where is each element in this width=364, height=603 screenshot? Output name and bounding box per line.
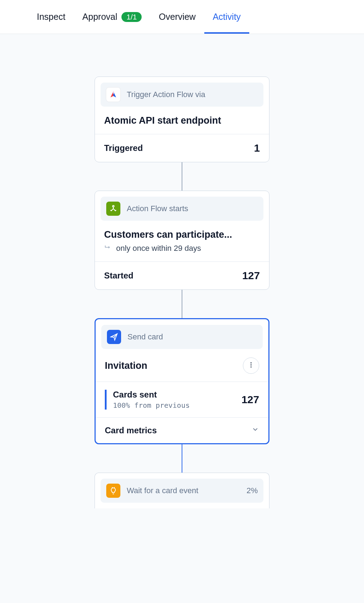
trigger-title: Atomic API start endpoint: [104, 115, 221, 126]
trigger-stat-row: Triggered 1: [95, 134, 269, 162]
flow-start-icon: [106, 202, 120, 216]
wait-stage-label: Wait for a card event: [127, 486, 198, 495]
atomic-logo-icon: [106, 88, 120, 102]
start-sub-text: only once within 29 days: [116, 244, 201, 253]
connector: [182, 444, 182, 473]
card-metrics-row[interactable]: Card metrics: [96, 418, 268, 443]
start-stat-label: Started: [104, 271, 133, 281]
send-stage-label: Send card: [127, 332, 163, 342]
arrow-return-icon: [104, 244, 111, 253]
node-menu-button[interactable]: [243, 357, 259, 374]
trigger-stage-bar: Trigger Action Flow via: [101, 83, 263, 107]
send-stage-bar: Send card: [101, 325, 263, 349]
tab-approval-label: Approval: [83, 12, 118, 22]
send-stat-sub: 100% from previous: [113, 401, 190, 410]
send-title: Invitation: [105, 360, 147, 371]
connector: [182, 162, 182, 191]
wait-stage-bar: Wait for a card event 2%: [101, 479, 263, 503]
send-stat-row: Cards sent 100% from previous 127: [96, 382, 268, 417]
node-start-head: Action Flow starts: [95, 191, 269, 221]
trigger-stage-label: Trigger Action Flow via: [127, 90, 205, 99]
node-send-head: Send card: [96, 319, 268, 349]
tab-activity[interactable]: Activity: [213, 0, 241, 34]
connector: [182, 290, 182, 318]
chevron-down-icon: [251, 426, 259, 435]
send-card-icon: [107, 330, 121, 344]
tab-approval[interactable]: Approval 1/1: [83, 0, 142, 34]
trigger-stat-label: Triggered: [104, 143, 143, 153]
node-wait-head: Wait for a card event 2%: [95, 473, 269, 508]
tab-inspect[interactable]: Inspect: [37, 0, 66, 34]
send-stat-left: Cards sent 100% from previous: [105, 390, 190, 410]
start-title: Customers can participate...: [104, 229, 232, 240]
tab-overview[interactable]: Overview: [159, 0, 195, 34]
wait-event-icon: [106, 484, 120, 498]
node-wait[interactable]: Wait for a card event 2%: [95, 473, 269, 508]
node-send-card[interactable]: Send card Invitation Cards sent 100% fro…: [95, 318, 269, 444]
wait-percent: 2%: [246, 486, 258, 495]
svg-point-2: [250, 364, 251, 365]
svg-point-1: [250, 362, 251, 364]
node-start[interactable]: Action Flow starts Customers can partici…: [95, 191, 269, 290]
svg-point-3: [250, 366, 251, 367]
trigger-title-wrap: Atomic API start endpoint: [95, 107, 269, 134]
node-trigger[interactable]: Trigger Action Flow via Atomic API start…: [95, 77, 269, 162]
trigger-stat-value: 1: [254, 142, 260, 154]
start-stage-bar: Action Flow starts: [101, 197, 263, 221]
tabs-bar: Inspect Approval 1/1 Overview Activity: [0, 0, 364, 34]
svg-point-0: [113, 205, 114, 207]
start-sub-row: only once within 29 days: [95, 244, 269, 261]
start-stage-label: Action Flow starts: [127, 204, 188, 213]
more-vertical-icon: [248, 361, 255, 370]
node-trigger-head: Trigger Action Flow via: [95, 77, 269, 107]
flow-canvas: Trigger Action Flow via Atomic API start…: [0, 34, 364, 508]
approval-badge: 1/1: [121, 12, 142, 22]
send-title-wrap: Invitation: [96, 349, 268, 382]
start-stat-value: 127: [242, 270, 260, 282]
start-title-wrap: Customers can participate...: [95, 221, 269, 244]
send-stat-value: 127: [241, 394, 259, 406]
send-stat-label: Cards sent: [113, 390, 190, 400]
card-metrics-label: Card metrics: [105, 426, 157, 435]
start-stat-row: Started 127: [95, 262, 269, 289]
